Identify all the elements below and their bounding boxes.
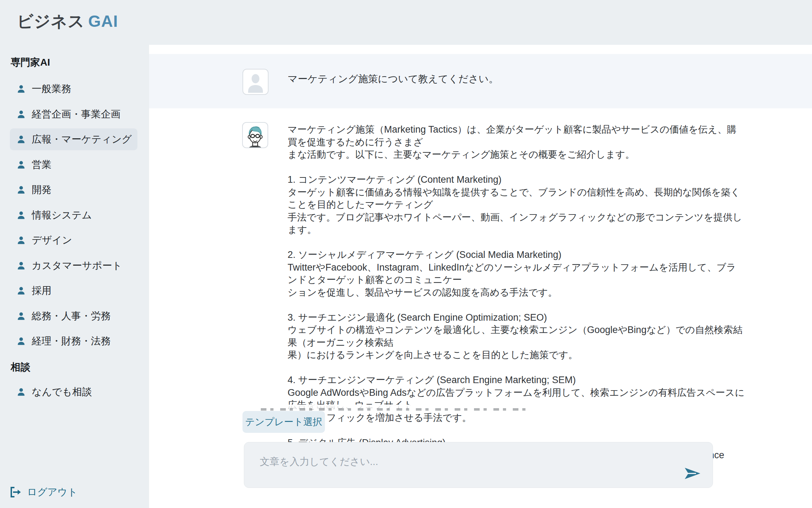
consult-menu: なんでも相談	[10, 381, 137, 403]
scrolled-content-fragments	[261, 408, 529, 411]
expert-ai-menu: 一般業務 経営企画・事業企画 広報・マーケティング 営業 開発 情報システム デ…	[10, 78, 137, 352]
person-icon	[16, 109, 26, 119]
sidebar-item-label: 一般業務	[32, 82, 71, 96]
sidebar-item-pr-marketing[interactable]: 広報・マーケティング	[10, 128, 137, 150]
app-logo-jp: ビジネス	[17, 12, 85, 30]
sidebar-item-label: 広報・マーケティング	[32, 133, 132, 146]
sidebar-item-label: 営業	[32, 158, 51, 171]
sidebar-item-information-systems[interactable]: 情報システム	[10, 204, 137, 226]
person-icon	[16, 336, 26, 346]
sidebar-item-general[interactable]: 一般業務	[10, 78, 137, 100]
sidebar-item-label: 情報システム	[32, 208, 92, 222]
sidebar-item-label: カスタマーサポート	[32, 259, 122, 272]
person-icon	[16, 286, 26, 296]
sidebar-item-label: 経理・財務・法務	[32, 334, 111, 348]
assistant-avatar	[242, 122, 268, 148]
sidebar-item-general-affairs-hr-labor[interactable]: 総務・人事・労務	[10, 305, 137, 327]
sidebar-item-accounting-finance-legal[interactable]: 経理・財務・法務	[10, 330, 137, 352]
person-icon	[16, 311, 26, 321]
sidebar-item-label: 開発	[32, 183, 51, 196]
sidebar-item-label: なんでも相談	[32, 385, 92, 399]
sidebar-item-recruiting[interactable]: 採用	[10, 280, 137, 302]
person-icon	[16, 261, 26, 271]
section-label-expert-ai: 専門家AI	[11, 56, 50, 69]
app-logo: ビジネスGAI	[17, 11, 118, 32]
sidebar-item-anything-consult[interactable]: なんでも相談	[10, 381, 137, 403]
chat-panel: マーケティング施策について教えてください。 マーケティング施策（Marketin…	[149, 45, 812, 508]
paper-plane-icon	[684, 466, 701, 480]
person-icon	[16, 387, 26, 397]
person-icon	[16, 160, 26, 170]
user-message-row: マーケティング施策について教えてください。	[149, 54, 812, 108]
message-composer	[244, 442, 713, 488]
sidebar-item-label: 採用	[32, 284, 51, 297]
sidebar-item-label: デザイン	[32, 234, 72, 247]
person-icon	[16, 210, 26, 220]
sidebar-item-label: 総務・人事・労務	[32, 309, 111, 323]
person-icon	[16, 84, 26, 94]
user-message-text: マーケティング施策について教えてください。	[288, 72, 499, 86]
assistant-message-text: マーケティング施策（Marketing Tactics）は、企業がターゲット顧客…	[288, 123, 746, 487]
sidebar: ビジネスGAI 専門家AI 一般業務 経営企画・事業企画 広報・マーケティング …	[0, 0, 149, 508]
assistant-character-icon	[243, 123, 267, 147]
person-icon	[16, 134, 26, 144]
logout-label: ログアウト	[27, 485, 78, 499]
template-select-button[interactable]: テンプレート選択	[242, 411, 325, 433]
logout-button[interactable]: ログアウト	[10, 485, 78, 499]
person-icon	[16, 185, 26, 195]
sidebar-item-label: 経営企画・事業企画	[32, 108, 121, 121]
sidebar-item-customer-support[interactable]: カスタマーサポート	[10, 255, 137, 277]
app-logo-en: GAI	[88, 12, 118, 30]
user-avatar	[242, 69, 269, 95]
sidebar-item-development[interactable]: 開発	[10, 179, 137, 201]
person-icon	[16, 235, 26, 245]
sidebar-item-design[interactable]: デザイン	[10, 229, 137, 251]
message-input[interactable]	[244, 442, 713, 488]
send-button[interactable]	[684, 466, 701, 480]
logout-icon	[10, 486, 22, 498]
person-silhouette-icon	[243, 69, 268, 94]
section-label-consult: 相談	[11, 361, 30, 374]
sidebar-item-sales[interactable]: 営業	[10, 154, 137, 176]
sidebar-item-corporate-planning[interactable]: 経営企画・事業企画	[10, 103, 137, 125]
